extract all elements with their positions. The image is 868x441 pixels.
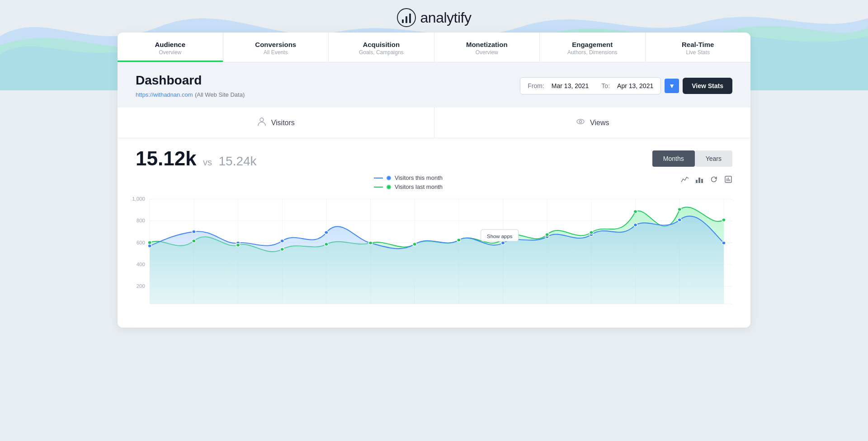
from-date[interactable]: Mar 13, 2021	[552, 82, 589, 89]
main-wrapper: analytify Audience Overview Conversions …	[0, 0, 868, 441]
svg-point-56	[280, 248, 284, 251]
svg-point-50	[633, 223, 637, 226]
svg-point-60	[457, 239, 461, 242]
svg-text:800: 800	[137, 218, 145, 223]
chevron-down-icon: ▼	[669, 82, 675, 89]
tab-conversions[interactable]: Conversions All Events	[223, 33, 329, 62]
svg-point-66	[722, 218, 726, 221]
page-title: Dashboard	[136, 73, 245, 88]
svg-point-43	[325, 231, 328, 234]
svg-point-42	[280, 239, 284, 242]
date-controls: From: Mar 13, 2021 To: Apr 13, 2021 ▼ Vi…	[520, 77, 732, 94]
view-stats-button[interactable]: View Stats	[683, 78, 732, 94]
svg-point-64	[633, 210, 637, 213]
svg-point-39	[148, 244, 151, 248]
person-icon	[257, 117, 267, 129]
svg-point-55	[236, 244, 240, 247]
years-button[interactable]: Years	[695, 150, 732, 167]
svg-text:Show apps: Show apps	[487, 234, 513, 239]
svg-rect-7	[696, 180, 698, 183]
svg-point-4	[260, 118, 264, 122]
current-metric-value: 15.12k	[136, 147, 197, 169]
vs-label: vs	[203, 157, 212, 167]
logo-area: analytify	[397, 0, 472, 33]
dashboard-header: Dashboard https://withadnan.com (All Web…	[118, 62, 750, 108]
svg-point-65	[678, 208, 681, 211]
compare-metric-value: 15.24k	[218, 154, 256, 168]
tab-realtime[interactable]: Real-Time Live Stats	[646, 33, 751, 62]
svg-point-59	[413, 243, 416, 246]
analytify-logo-icon	[397, 8, 416, 27]
svg-point-6	[580, 121, 582, 123]
eye-icon	[576, 117, 585, 129]
svg-point-63	[590, 231, 593, 234]
to-label: To:	[601, 82, 610, 89]
content-card: Audience Overview Conversions All Events…	[118, 33, 750, 328]
site-label: (All Web Site Data)	[195, 91, 245, 98]
views-tab[interactable]: Views	[434, 108, 751, 138]
visitors-chart: 1,000 800 600 400 200	[136, 195, 737, 312]
svg-text:200: 200	[137, 284, 145, 289]
svg-point-51	[678, 218, 681, 221]
svg-point-58	[368, 241, 372, 244]
svg-point-54	[192, 239, 196, 242]
line-chart-icon[interactable]	[681, 175, 689, 185]
nav-tabs: Audience Overview Conversions All Events…	[118, 33, 750, 62]
to-date[interactable]: Apr 13, 2021	[617, 82, 653, 89]
export-icon[interactable]	[724, 175, 732, 185]
metric-value-row: 15.12k vs 15.24k Months Years	[118, 138, 750, 174]
svg-rect-1	[402, 19, 404, 23]
svg-point-53	[148, 241, 151, 244]
svg-text:1,000: 1,000	[132, 197, 145, 202]
site-url-link[interactable]: https://withadnan.com	[136, 91, 193, 98]
tab-acquisition[interactable]: Acquisition Goals, Campaigns	[329, 33, 434, 62]
svg-rect-8	[698, 178, 700, 183]
from-label: From:	[528, 82, 544, 89]
svg-rect-2	[406, 16, 407, 23]
metric-display: 15.12k vs 15.24k	[136, 147, 257, 170]
svg-point-62	[545, 233, 549, 236]
svg-point-40	[192, 230, 196, 233]
svg-point-52	[722, 241, 726, 244]
date-range-box: From: Mar 13, 2021 To: Apr 13, 2021	[520, 77, 661, 94]
chart-container: Visitors this month Visitors last month	[118, 174, 750, 319]
logo-text: analytify	[420, 9, 472, 26]
tab-engagement[interactable]: Engagement Authors, Dimensions	[540, 33, 646, 62]
svg-point-47	[501, 241, 505, 244]
site-info: https://withadnan.com (All Web Site Data…	[136, 90, 245, 99]
visitors-tab-label: Visitors	[271, 119, 295, 127]
svg-rect-3	[409, 14, 411, 23]
views-tab-label: Views	[590, 119, 609, 127]
dashboard-left: Dashboard https://withadnan.com (All Web…	[136, 73, 245, 99]
months-button[interactable]: Months	[652, 150, 695, 167]
date-dropdown-button[interactable]: ▼	[665, 79, 679, 93]
period-toggle: Months Years	[652, 150, 732, 167]
visitors-tab[interactable]: Visitors	[118, 108, 434, 138]
svg-point-57	[325, 243, 328, 246]
svg-point-5	[577, 119, 584, 124]
svg-text:400: 400	[137, 262, 145, 267]
tab-monetization[interactable]: Monetization Overview	[434, 33, 540, 62]
svg-rect-9	[701, 179, 703, 183]
bar-chart-icon[interactable]	[695, 175, 703, 185]
tab-audience[interactable]: Audience Overview	[118, 33, 223, 62]
refresh-icon[interactable]	[710, 175, 718, 185]
svg-text:600: 600	[137, 240, 145, 245]
chart-section: Visitors Views 15.12k vs 15.24k Months	[118, 108, 750, 328]
legend-this-month: Visitors this month	[374, 174, 443, 181]
metric-tabs: Visitors Views	[118, 108, 750, 138]
legend-last-month: Visitors last month	[374, 183, 443, 190]
